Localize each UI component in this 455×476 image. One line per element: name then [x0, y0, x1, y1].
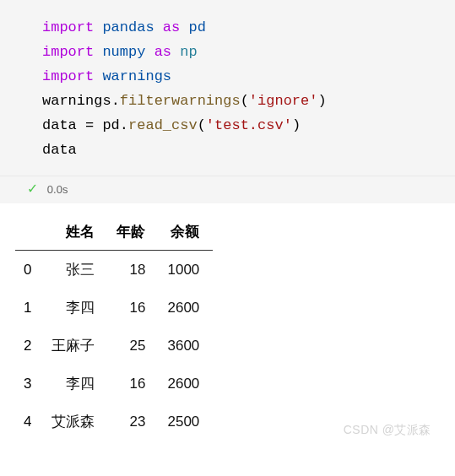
object-name: warnings [42, 93, 111, 109]
cell: 23 [108, 403, 159, 441]
row-index: 1 [15, 289, 43, 327]
cell: 16 [108, 365, 159, 403]
success-check-icon: ✓ [28, 181, 37, 197]
column-header: 姓名 [43, 214, 108, 251]
cell: 李四 [43, 365, 108, 403]
cell: 2500 [159, 403, 213, 441]
cell: 李四 [43, 289, 108, 327]
row-index: 4 [15, 403, 43, 441]
dataframe-output: 姓名 年龄 余额 0 张三 18 1000 1 李四 16 2600 2 王麻子… [15, 214, 213, 441]
keyword-as: as [163, 19, 180, 35]
keyword-as: as [154, 44, 171, 60]
column-header: 年龄 [108, 214, 159, 251]
string-literal: 'ignore' [249, 93, 318, 109]
function-name: filterwarnings [120, 93, 241, 109]
module-name: numpy [102, 44, 145, 60]
watermark: CSDN @艾派森 [344, 423, 431, 438]
module-name: warnings [102, 68, 171, 84]
cell: 25 [108, 327, 159, 365]
code-line-6: data [42, 138, 447, 162]
code-cell[interactable]: import pandas as pd import numpy as np i… [0, 0, 455, 176]
code-line-3: import warnings [42, 64, 447, 89]
cell: 18 [108, 251, 159, 289]
cell: 艾派森 [43, 403, 108, 441]
table-row: 0 张三 18 1000 [15, 251, 213, 289]
execution-status-bar: ✓ 0.0s [0, 176, 455, 203]
execution-time: 0.0s [47, 183, 68, 196]
column-header: 余额 [159, 214, 213, 251]
string-literal: 'test.csv' [206, 117, 292, 133]
table-row: 2 王麻子 25 3600 [15, 327, 213, 365]
code-line-2: import numpy as np [42, 40, 447, 64]
alias-name: pd [188, 19, 205, 35]
table-row: 4 艾派森 23 2500 [15, 403, 213, 441]
table-row: 1 李四 16 2600 [15, 289, 213, 327]
row-index: 0 [15, 251, 43, 289]
index-header [15, 214, 43, 251]
object-name: pd [102, 117, 119, 133]
cell: 2600 [159, 365, 213, 403]
keyword-import: import [42, 19, 94, 35]
cell: 张三 [43, 251, 108, 289]
cell: 16 [108, 289, 159, 327]
table-header-row: 姓名 年龄 余额 [15, 214, 213, 251]
keyword-import: import [42, 68, 94, 84]
table-row: 3 李四 16 2600 [15, 365, 213, 403]
cell: 王麻子 [43, 327, 108, 365]
code-line-4: warnings.filterwarnings('ignore') [42, 89, 447, 113]
variable-name: data [42, 117, 77, 133]
keyword-import: import [42, 44, 94, 60]
cell: 1000 [159, 251, 213, 289]
function-name: read_csv [128, 117, 198, 133]
row-index: 3 [15, 365, 43, 403]
alias-name: np [180, 44, 197, 60]
code-line-1: import pandas as pd [42, 15, 447, 40]
cell: 2600 [159, 289, 213, 327]
cell: 3600 [159, 327, 213, 365]
module-name: pandas [102, 19, 154, 35]
expression: data [42, 142, 77, 158]
code-line-5: data = pd.read_csv('test.csv') [42, 113, 447, 138]
row-index: 2 [15, 327, 43, 365]
